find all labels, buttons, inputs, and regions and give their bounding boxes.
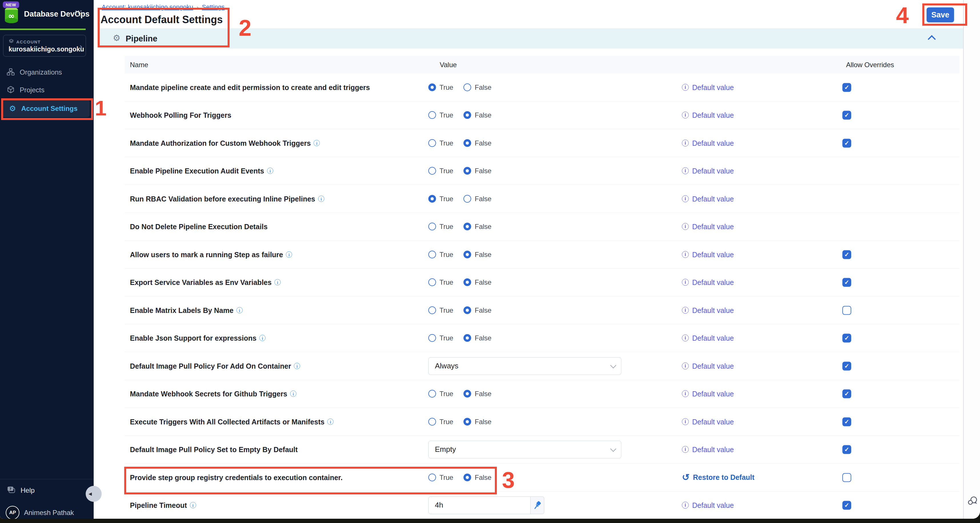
allow-overrides-checkbox[interactable]: ✓ <box>842 501 851 510</box>
radio-false[interactable]: False <box>463 306 492 314</box>
radio-icon[interactable] <box>463 278 471 286</box>
default-value-link[interactable]: iDefault value <box>682 195 734 203</box>
radio-icon[interactable] <box>428 418 436 426</box>
allow-overrides-checkbox[interactable]: ✓ <box>842 389 851 398</box>
radio-icon[interactable] <box>428 139 436 147</box>
radio-icon[interactable] <box>428 223 436 230</box>
support-chat-icon[interactable] <box>967 495 978 507</box>
allow-overrides-checkbox[interactable]: ✓ <box>842 111 851 120</box>
radio-true[interactable]: True <box>428 390 453 398</box>
default-value-link[interactable]: iDefault value <box>682 83 734 91</box>
default-value-link[interactable]: iDefault value <box>682 418 734 426</box>
radio-false[interactable]: False <box>463 167 492 175</box>
collapse-section-chevron-up-icon[interactable] <box>928 35 936 43</box>
default-value-link[interactable]: iDefault value <box>682 222 734 231</box>
radio-true[interactable]: True <box>428 334 453 342</box>
allow-overrides-checkbox[interactable]: ✓ <box>842 139 851 147</box>
default-value-link[interactable]: iDefault value <box>682 501 734 509</box>
radio-icon[interactable] <box>463 306 471 314</box>
radio-icon[interactable] <box>428 167 436 175</box>
radio-false[interactable]: False <box>463 223 492 231</box>
radio-icon[interactable] <box>463 139 471 147</box>
default-value-link[interactable]: iDefault value <box>682 445 734 454</box>
radio-true[interactable]: True <box>428 278 453 286</box>
allow-overrides-checkbox[interactable]: ✓ <box>842 445 851 454</box>
radio-icon[interactable] <box>463 195 471 203</box>
info-icon[interactable]: i <box>318 196 325 202</box>
radio-true[interactable]: True <box>428 306 453 314</box>
radio-false[interactable]: False <box>463 83 492 91</box>
allow-overrides-checkbox[interactable] <box>842 473 851 482</box>
allow-overrides-checkbox[interactable] <box>842 306 851 315</box>
radio-true[interactable]: True <box>428 223 453 231</box>
radio-false[interactable]: False <box>463 390 492 398</box>
radio-icon[interactable] <box>463 83 471 91</box>
radio-false[interactable]: False <box>463 195 492 203</box>
user-profile[interactable]: AP Animesh Pathak <box>0 504 94 519</box>
default-value-link[interactable]: iDefault value <box>682 278 734 286</box>
radio-icon[interactable] <box>428 390 436 397</box>
radio-icon[interactable] <box>463 223 471 230</box>
radio-true[interactable]: True <box>428 195 453 203</box>
radio-true[interactable]: True <box>428 167 453 175</box>
sidebar-item-projects[interactable]: Projects <box>0 81 94 99</box>
sidebar-collapse-handle[interactable]: ◀ <box>86 486 102 502</box>
database-devops-logo-icon[interactable]: ∞ <box>4 7 19 25</box>
pin-icon[interactable] <box>531 496 544 514</box>
radio-icon[interactable] <box>428 195 436 203</box>
radio-false[interactable]: False <box>463 418 492 426</box>
info-icon[interactable]: i <box>274 279 281 285</box>
info-icon[interactable]: i <box>327 419 334 425</box>
info-icon[interactable]: i <box>313 140 320 146</box>
info-icon[interactable]: i <box>286 252 292 258</box>
info-icon[interactable]: i <box>294 363 300 369</box>
radio-icon[interactable] <box>463 250 471 258</box>
default-value-link[interactable]: iDefault value <box>682 139 734 147</box>
help-button[interactable]: ? Help <box>0 482 94 499</box>
radio-icon[interactable] <box>463 334 471 342</box>
radio-false[interactable]: False <box>463 139 492 147</box>
radio-icon[interactable] <box>428 250 436 258</box>
radio-true[interactable]: True <box>428 418 453 426</box>
radio-false[interactable]: False <box>463 250 492 258</box>
allow-overrides-checkbox[interactable]: ✓ <box>842 333 851 342</box>
radio-icon[interactable] <box>463 111 471 119</box>
default-value-link[interactable]: iDefault value <box>682 362 734 370</box>
radio-icon[interactable] <box>428 306 436 314</box>
radio-false[interactable]: False <box>463 334 492 342</box>
radio-icon[interactable] <box>428 278 436 286</box>
restore-to-default-link[interactable]: ↺Restore to Default <box>682 473 754 482</box>
account-scope-selector[interactable]: ACCOUNT kurosakiichigo.songoku › <box>3 35 86 57</box>
timeout-input[interactable]: 4h <box>428 496 531 514</box>
allow-overrides-checkbox[interactable]: ✓ <box>842 250 851 259</box>
default-value-link[interactable]: iDefault value <box>682 389 734 398</box>
radio-icon[interactable] <box>463 167 471 175</box>
radio-icon[interactable] <box>428 334 436 342</box>
default-value-link[interactable]: iDefault value <box>682 167 734 175</box>
info-icon[interactable]: i <box>190 502 196 509</box>
allow-overrides-checkbox[interactable]: ✓ <box>842 278 851 287</box>
allow-overrides-checkbox[interactable]: ✓ <box>842 417 851 426</box>
default-value-link[interactable]: iDefault value <box>682 111 734 119</box>
allow-overrides-checkbox[interactable]: ✓ <box>842 362 851 370</box>
default-value-link[interactable]: iDefault value <box>682 306 734 314</box>
info-icon[interactable]: i <box>267 168 273 174</box>
radio-true[interactable]: True <box>428 250 453 258</box>
radio-icon[interactable] <box>463 390 471 397</box>
sidebar-item-organizations[interactable]: Organizations <box>0 64 94 81</box>
radio-false[interactable]: False <box>463 278 492 286</box>
default-value-link[interactable]: iDefault value <box>682 250 734 258</box>
radio-icon[interactable] <box>428 111 436 119</box>
app-grid-icon[interactable] <box>75 10 82 18</box>
allow-overrides-checkbox[interactable]: ✓ <box>842 83 851 92</box>
image-pull-policy-empty-select[interactable]: Empty <box>428 441 621 458</box>
info-icon[interactable]: i <box>236 307 243 314</box>
image-pull-policy-select[interactable]: Always <box>428 357 621 375</box>
info-icon[interactable]: i <box>259 335 266 341</box>
radio-true[interactable]: True <box>428 139 453 147</box>
radio-true[interactable]: True <box>428 111 453 119</box>
radio-false[interactable]: False <box>463 111 492 119</box>
radio-true[interactable]: True <box>428 83 453 91</box>
radio-icon[interactable] <box>428 83 436 91</box>
default-value-link[interactable]: iDefault value <box>682 334 734 342</box>
